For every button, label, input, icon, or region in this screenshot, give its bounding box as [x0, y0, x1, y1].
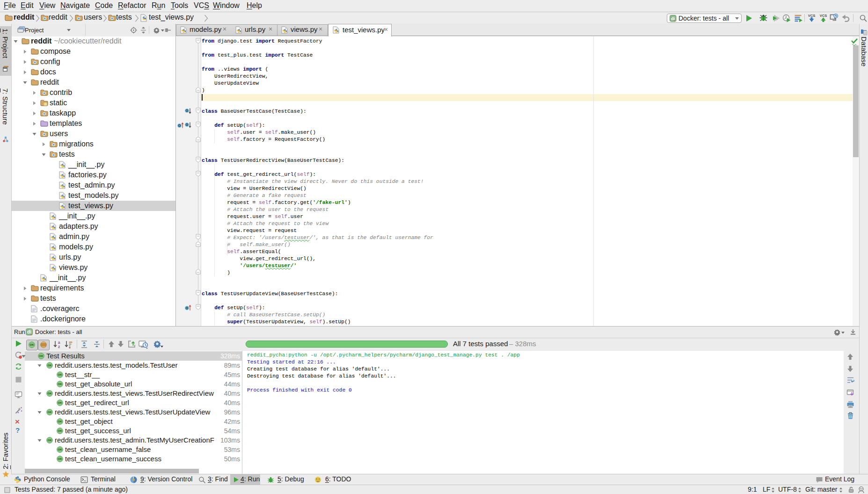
svg-text:di: di [671, 16, 675, 21]
svg-text:VCS: VCS [808, 14, 815, 18]
svg-text:di: di [27, 329, 31, 334]
svg-text:VCS: VCS [820, 14, 827, 18]
svg-text:z: z [58, 344, 60, 349]
